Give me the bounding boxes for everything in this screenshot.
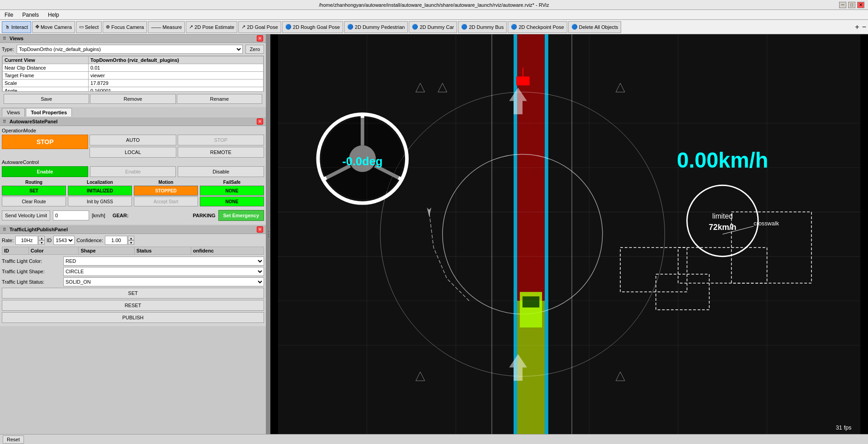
delete-all-button[interactable]: 🔵 Delete All Objects xyxy=(568,21,622,33)
tl-shape-row: Traffic Light Shape: CIRCLE LEFT_ARROW R… xyxy=(2,267,264,276)
traffic-panel-close[interactable]: ✕ xyxy=(257,226,263,233)
failsafe-col: FailSafe NONE NONE xyxy=(200,180,264,206)
autoware-panel-close[interactable]: ✕ xyxy=(257,118,263,125)
init-gnss-button[interactable]: Init by GNSS xyxy=(68,196,132,206)
interact-button[interactable]: 🖱 Interact xyxy=(2,21,31,33)
accept-start-button[interactable]: Accept Start xyxy=(134,196,198,206)
menu-file[interactable]: File xyxy=(2,11,16,19)
autoware-drag-handle[interactable]: ⠿ xyxy=(3,119,6,124)
focus-camera-icon: ⊕ xyxy=(106,24,110,30)
views-panel-close[interactable]: ✕ xyxy=(257,35,263,42)
checkpoint-pose-button[interactable]: 🔵 2D Checkpoint Pose xyxy=(508,21,567,33)
speed-value-text: 0.00km/h xyxy=(677,148,768,172)
resize-handle[interactable]: ⋮ xyxy=(267,34,270,434)
dummy-car-button[interactable]: 🔵 2D Dummy Car xyxy=(409,21,457,33)
localization-col: Localization INITIALIZED Init by GNSS xyxy=(68,180,132,206)
enable-button[interactable]: Enable xyxy=(2,166,88,177)
table-row: Current View TopDownOrtho (rviz_default_… xyxy=(3,56,264,64)
move-camera-button[interactable]: ✥ Move Camera xyxy=(32,21,75,33)
color-select[interactable]: RED GREEN YELLOW UNKNOWN xyxy=(63,257,264,266)
tab-tool-properties[interactable]: Tool Properties xyxy=(26,108,72,117)
add-tool-button[interactable]: + xyxy=(855,23,859,31)
confidence-input[interactable] xyxy=(105,236,127,245)
local-button[interactable]: LOCAL xyxy=(90,147,176,158)
measure-button[interactable]: —— Measure xyxy=(148,21,185,33)
views-drag-handle[interactable]: ⠿ xyxy=(3,36,6,41)
auto-button[interactable]: AUTO xyxy=(90,135,176,145)
id-select[interactable]: 1543 xyxy=(53,236,75,245)
minimize-button[interactable]: ─ xyxy=(839,2,846,8)
dummy-bus-button[interactable]: 🔵 2D Dummy Bus xyxy=(458,21,507,33)
autoware-panel-section: ⠿ AutowareStatePanel ✕ OperationMode STO… xyxy=(0,117,266,224)
rough-goal-icon: 🔵 xyxy=(285,24,292,30)
interact-icon: 🖱 xyxy=(5,24,10,30)
velocity-input[interactable] xyxy=(53,210,89,220)
rate-down[interactable]: ▼ xyxy=(38,240,45,245)
stop-mode-button[interactable]: STOP xyxy=(178,135,264,145)
rate-up[interactable]: ▲ xyxy=(38,236,45,240)
shape-select[interactable]: CIRCLE LEFT_ARROW RIGHT_ARROW UP_ARROW D… xyxy=(63,267,264,276)
menu-panels[interactable]: Panels xyxy=(19,11,42,19)
tl-set-button[interactable]: SET xyxy=(2,288,264,299)
properties-scroll[interactable]: Current View TopDownOrtho (rviz_default_… xyxy=(2,56,264,92)
tl-table-header: ID Color Shape Status onfidenc xyxy=(2,247,264,255)
views-panel-body: Type: TopDownOrtho (rviz_default_plugins… xyxy=(0,43,266,107)
type-select[interactable]: TopDownOrtho (rviz_default_plugins) xyxy=(17,45,243,54)
traffic-light-panel-body: Rate: ▲ ▼ ID 1543 Confidence: xyxy=(0,234,266,326)
table-row: Near Clip Distance 0.01 xyxy=(3,64,264,72)
rate-input[interactable] xyxy=(15,236,38,245)
motion-col: Motion STOPPED Accept Start xyxy=(134,180,198,206)
localization-badge[interactable]: INITIALIZED xyxy=(68,186,132,196)
failsafe-none1-badge[interactable]: NONE xyxy=(200,186,264,196)
delete-all-icon: 🔵 xyxy=(571,24,578,30)
dummy-car-icon: 🔵 xyxy=(412,24,418,30)
autoware-control-label: AutowareControl xyxy=(2,159,264,165)
enable-inactive-button[interactable]: Enable xyxy=(90,166,176,177)
menu-help[interactable]: Help xyxy=(45,11,62,19)
menu-bar: File Panels Help xyxy=(0,10,868,20)
remote-button[interactable]: REMOTE xyxy=(178,147,264,158)
bottom-bar: Reset xyxy=(0,434,868,444)
tl-publish-button[interactable]: PUBLISH xyxy=(2,312,264,323)
set-emergency-button[interactable]: Set Emergency xyxy=(218,210,264,221)
status-select[interactable]: SOLID_ON SOLID_OFF FLASHING UNKNOWN xyxy=(63,277,264,286)
remove-view-button[interactable]: Remove xyxy=(90,94,175,104)
clear-route-button[interactable]: Clear Route xyxy=(2,196,66,206)
disable-button[interactable]: Disable xyxy=(178,166,264,177)
select-button[interactable]: ▭ Select xyxy=(76,21,102,33)
send-velocity-button[interactable]: Send Velocity Limit xyxy=(2,210,50,220)
zero-button[interactable]: Zero xyxy=(245,45,264,54)
steering-angle-text: -0.0deg xyxy=(342,155,382,168)
remove-tool-button[interactable]: − xyxy=(862,23,866,31)
rough-goal-button[interactable]: 🔵 2D Rough Goal Pose xyxy=(282,21,343,33)
routing-set-badge[interactable]: SET xyxy=(2,186,66,196)
view-action-row: Save Remove Rename xyxy=(2,93,264,105)
tl-reset-button[interactable]: RESET xyxy=(2,300,264,311)
confidence-up[interactable]: ▲ xyxy=(128,236,134,240)
traffic-drag-handle[interactable]: ⠿ xyxy=(3,227,6,232)
limited-label: limited xyxy=(712,212,733,220)
table-row: Scale 17.8729 xyxy=(3,79,264,87)
pose-2d-button[interactable]: ↗ 2D Pose Estimate xyxy=(186,21,237,33)
failsafe-none2-badge[interactable]: NONE xyxy=(200,196,264,206)
traffic-light-panel-title: ⠿ TrafficLightPublishPanel xyxy=(3,227,68,232)
tl-color-row: Traffic Light Color: RED GREEN YELLOW UN… xyxy=(2,257,264,266)
close-button[interactable]: ✕ xyxy=(857,2,864,8)
goal-2d-button[interactable]: ↗ 2D Goal Pose xyxy=(238,21,281,33)
views-panel-title: ⠿ Views xyxy=(3,36,24,41)
operation-mode-label: OperationMode xyxy=(2,128,264,133)
autoware-panel-body: OperationMode STOP AUTO STOP LOCAL REMOT… xyxy=(0,126,266,224)
save-view-button[interactable]: Save xyxy=(4,94,89,104)
tl-table: ID Color Shape Status onfidenc xyxy=(2,247,264,255)
rename-view-button[interactable]: Rename xyxy=(177,94,262,104)
left-panel: ⠿ Views ✕ Type: TopDownOrtho (rviz_defau… xyxy=(0,34,267,434)
reset-button[interactable]: Reset xyxy=(3,435,24,444)
motion-badge[interactable]: STOPPED xyxy=(134,186,198,196)
dummy-pedestrian-button[interactable]: 🔵 2D Dummy Pedestrian xyxy=(344,21,408,33)
stop-button[interactable]: STOP xyxy=(2,135,88,149)
maximize-button[interactable]: □ xyxy=(848,2,855,8)
confidence-down[interactable]: ▼ xyxy=(128,240,134,245)
focus-camera-button[interactable]: ⊕ Focus Camera xyxy=(103,21,147,33)
select-icon: ▭ xyxy=(79,24,84,30)
tab-views[interactable]: Views xyxy=(2,108,25,117)
